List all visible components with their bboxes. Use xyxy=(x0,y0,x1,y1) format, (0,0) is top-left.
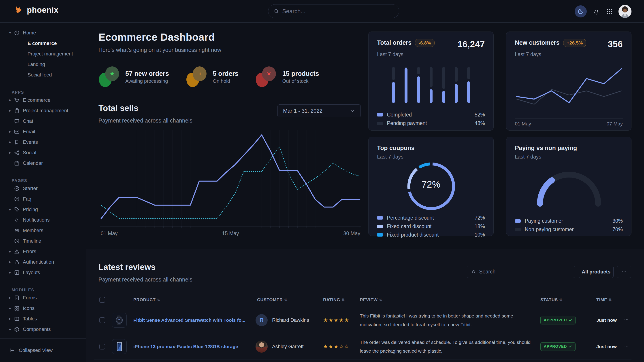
column-product[interactable]: PRODUCT⇅ xyxy=(133,297,160,302)
app-root: phoenix ▾HomeE commerceProject managemen… xyxy=(0,0,644,362)
legend-swatch xyxy=(377,216,383,220)
cube-icon xyxy=(14,327,20,332)
total-orders-card: Total orders -6.8% 16,247 Last 7 days Co… xyxy=(368,31,494,131)
sidebar-item-notifications[interactable]: Notifications xyxy=(0,215,86,225)
sidebar-subitem-e-commerce[interactable]: E commerce xyxy=(0,38,86,48)
form-doc-icon xyxy=(14,295,20,301)
collapsed-view-toggle[interactable]: Collapsed View xyxy=(0,338,86,362)
product-link[interactable]: Fitbit Sense Advanced Smartwatch with To… xyxy=(133,318,246,323)
caret-right-icon: ▸ xyxy=(8,207,12,212)
row-more-icon[interactable] xyxy=(624,317,629,323)
review-row-partial xyxy=(94,360,632,362)
sidebar-item-authentication[interactable]: ▸Authentication xyxy=(0,257,86,267)
sort-icon: ⇅ xyxy=(379,298,382,302)
total-sells-subtitle: Payment received across all channels xyxy=(98,117,192,124)
clock-icon xyxy=(14,238,20,244)
svg-text:15 May: 15 May xyxy=(222,231,239,236)
sidebar-item-starter[interactable]: Starter xyxy=(0,183,86,194)
legend-row: Completed52% xyxy=(377,110,485,119)
layout-icon xyxy=(14,270,20,276)
card-title: Top coupons xyxy=(377,145,414,152)
sidebar-item-pricing[interactable]: ▸Pricing xyxy=(0,204,86,215)
sidebar-item-layouts[interactable]: ▸Layouts xyxy=(0,267,86,278)
sidebar-item-email[interactable]: ▸Email xyxy=(0,126,86,137)
rating-stars: ★★★☆☆ xyxy=(323,344,350,350)
trend-badge: +26.5% xyxy=(563,39,586,47)
card-title: Paying vs non paying xyxy=(515,145,577,152)
reviews-search[interactable] xyxy=(467,266,575,278)
select-all-checkbox[interactable] xyxy=(99,297,105,303)
user-avatar[interactable] xyxy=(618,5,632,18)
sidebar-item-forms[interactable]: ▸Forms xyxy=(0,293,86,303)
card-title: Total orders xyxy=(377,39,412,46)
row-checkbox[interactable] xyxy=(99,317,105,323)
all-products-button[interactable]: All products xyxy=(579,266,614,278)
column-review[interactable]: REVIEW⇅ xyxy=(360,297,382,302)
reviews-search-input[interactable] xyxy=(479,269,570,275)
row-checkbox[interactable] xyxy=(99,344,105,350)
sidebar-item-icons[interactable]: ▸Icons xyxy=(0,303,86,314)
sort-icon: ⇅ xyxy=(284,298,287,302)
column-customer[interactable]: CUSTOMER⇅ xyxy=(257,297,287,302)
sidebar-item-e-commerce[interactable]: ▸E commerce xyxy=(0,95,86,105)
column-time[interactable]: TIME⇅ xyxy=(596,297,612,302)
product-link[interactable]: iPhone 13 pro max-Pacific Blue-128GB sto… xyxy=(133,344,238,349)
legend-row: Fixed card discount18% xyxy=(377,222,485,231)
notifications-bell-icon[interactable] xyxy=(592,7,600,15)
card-period: Last 7 days xyxy=(515,154,623,160)
theme-toggle-moon-icon[interactable] xyxy=(575,5,587,17)
sidebar-item-faq[interactable]: Faq xyxy=(0,194,86,204)
sidebar-subitem-project-management[interactable]: Project management xyxy=(0,48,86,59)
brand-logo[interactable]: phoenix xyxy=(14,5,59,15)
total-sells-title: Total sells xyxy=(98,103,138,113)
check-icon xyxy=(568,318,572,322)
sidebar-nav: ▾HomeE commerceProject managementLanding… xyxy=(0,22,86,335)
product-thumbnail xyxy=(112,339,127,354)
svg-text:01 May: 01 May xyxy=(101,231,118,236)
sidebar-item-calendar[interactable]: Calendar xyxy=(0,158,86,168)
bookmark-icon xyxy=(14,139,20,145)
search-input[interactable] xyxy=(282,8,394,15)
donut-center-value: 72% xyxy=(422,179,440,190)
customer-avatar: R xyxy=(256,314,268,326)
customer-name: Ashley Garrett xyxy=(272,344,304,350)
caret-right-icon: ▸ xyxy=(8,295,12,300)
reviews-title: Latest reviews xyxy=(98,263,156,272)
page-title: Ecommerce Dashboard xyxy=(98,31,215,43)
table-icon xyxy=(14,316,20,322)
date-range-select[interactable]: Mar 1 - 31, 2022 xyxy=(278,104,361,117)
sidebar-item-tables[interactable]: ▸Tables xyxy=(0,314,86,324)
card-period: Last 7 days xyxy=(377,51,485,57)
sidebar-item-home[interactable]: ▾Home xyxy=(0,27,86,38)
status-badge: APPROVED xyxy=(540,342,576,351)
apps-grid-icon[interactable] xyxy=(606,8,613,15)
sidebar-item-members[interactable]: Members xyxy=(0,225,86,236)
sidebar-item-events[interactable]: ▸Events xyxy=(0,137,86,147)
sidebar-subitem-social-feed[interactable]: Social feed xyxy=(0,69,86,80)
review-time: Just now xyxy=(596,344,617,349)
sidebar-item-timeline[interactable]: Timeline xyxy=(0,236,86,246)
sidebar-item-project-management[interactable]: ▸Project management xyxy=(0,105,86,116)
global-search[interactable] xyxy=(268,4,399,18)
more-options-button[interactable] xyxy=(617,266,631,278)
chat-icon xyxy=(14,118,20,124)
sidebar-item-errors[interactable]: ▸Errors xyxy=(0,246,86,257)
column-rating[interactable]: RATING⇅ xyxy=(323,297,344,302)
sidebar-subitem-landing[interactable]: Landing xyxy=(0,59,86,69)
row-more-icon[interactable] xyxy=(624,344,629,350)
stat-awating-processing: 57 new ordersAwating processing xyxy=(99,66,169,87)
navbar-actions xyxy=(575,0,632,22)
sidebar-item-chat[interactable]: Chat xyxy=(0,116,86,126)
column-status[interactable]: STATUS⇅ xyxy=(540,297,562,302)
sort-icon: ⇅ xyxy=(157,298,160,302)
sidebar-item-components[interactable]: ▸Components xyxy=(0,324,86,335)
legend-swatch xyxy=(377,233,383,237)
caret-right-icon: ▸ xyxy=(8,270,12,275)
page-subtitle: Here's what's going on at your business … xyxy=(98,47,221,53)
svg-text:30 May: 30 May xyxy=(344,231,360,236)
reviews-subtitle: Payment received across all channels xyxy=(98,276,192,283)
card-value: 356 xyxy=(608,39,623,49)
product-thumbnail xyxy=(112,313,127,328)
sidebar-item-social[interactable]: ▸Social xyxy=(0,147,86,158)
sidebar-section-modules: MODULES xyxy=(0,283,86,293)
